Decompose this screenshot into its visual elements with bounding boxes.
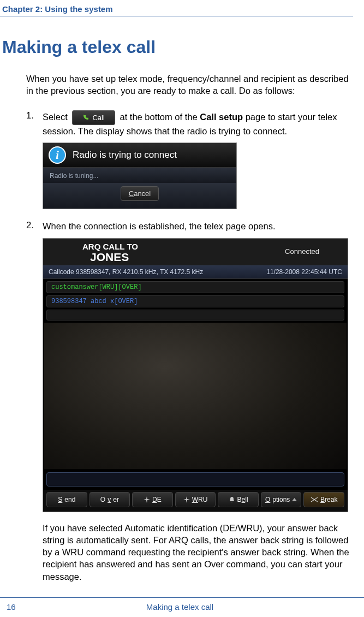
- call-button[interactable]: Call: [72, 110, 115, 126]
- bell-icon: [229, 496, 235, 503]
- step-body: When the connection is established, the …: [43, 220, 276, 232]
- telex-header: ARQ CALL TO JONES Connected: [43, 239, 348, 265]
- step-2: 2. When the connection is established, t…: [26, 220, 353, 232]
- connected-status: Connected: [285, 247, 319, 256]
- page-title: Making a telex call: [0, 37, 353, 57]
- step1-posta: at the bottom of the: [120, 112, 200, 122]
- dialog-status: Radio is tuning...: [43, 168, 236, 183]
- footer-title: Making a telex call: [7, 602, 353, 612]
- dialog-footer: Cancel: [43, 183, 236, 209]
- de-icon: [144, 496, 150, 503]
- chevron-up-icon: [292, 498, 297, 501]
- after-paragraph: If you have selected Automatic identific…: [26, 522, 353, 583]
- cancel-button[interactable]: Cancel: [121, 186, 159, 201]
- u: W: [192, 496, 198, 503]
- wru-icon: [183, 496, 190, 503]
- step1-pre: Select: [43, 112, 70, 122]
- options-button[interactable]: Options: [261, 492, 302, 507]
- de-button[interactable]: DE: [132, 492, 173, 507]
- message-input[interactable]: [46, 472, 344, 487]
- telex-infobar: Callcode 938598347, RX 4210.5 kHz, TX 41…: [43, 265, 348, 279]
- t: ptions: [272, 496, 290, 503]
- t: er: [113, 496, 119, 503]
- u: S: [58, 496, 62, 503]
- connecting-dialog: i Radio is trying to connect Radio is tu…: [43, 143, 237, 209]
- p: O: [100, 496, 105, 503]
- break-button[interactable]: Break: [303, 492, 344, 507]
- rx-line: customanswer[WRU][OVER]: [46, 281, 344, 293]
- u: v: [108, 496, 111, 503]
- dialog-title: Radio is trying to connect: [73, 150, 177, 161]
- bell-button[interactable]: Bell: [218, 492, 259, 507]
- t: end: [64, 496, 75, 503]
- dialog-header: i Radio is trying to connect: [43, 143, 236, 168]
- break-icon: [311, 497, 318, 502]
- datetime-info: 11/28-2008 22:45:44 UTC: [266, 268, 342, 276]
- p: B: [237, 496, 242, 503]
- telex-toolbar: Send Over DE WRU Bell Options Break: [43, 490, 348, 512]
- intro-paragraph: When you have set up telex mode, frequen…: [26, 73, 353, 97]
- telex-canvas: [44, 323, 347, 469]
- send-button[interactable]: Send: [46, 492, 87, 507]
- tx-line: 938598347 abcd x[OVER]: [46, 295, 344, 307]
- callcode-info: Callcode 938598347, RX 4210.5 kHz, TX 41…: [49, 268, 203, 276]
- step-1: 1. Select Call at the bottom of the Call…: [26, 110, 353, 138]
- t: ll: [245, 496, 248, 503]
- telex-screen: ARQ CALL TO JONES Connected Callcode 938…: [43, 238, 348, 512]
- cancel-u: C: [129, 189, 134, 198]
- over-button[interactable]: Over: [89, 492, 130, 507]
- t: reak: [325, 496, 337, 503]
- empty-line: [46, 310, 344, 321]
- page-footer: 16 Making a telex call: [0, 597, 364, 612]
- cancel-rest: ancel: [134, 189, 151, 198]
- u: O: [265, 496, 270, 503]
- step1-bold: Call setup: [200, 112, 243, 122]
- phone-icon: [82, 114, 89, 121]
- t: RU: [198, 496, 207, 503]
- step-number: 1.: [26, 110, 43, 138]
- info-icon: i: [49, 146, 66, 164]
- call-button-label: Call: [92, 113, 104, 123]
- step-number: 2.: [26, 220, 43, 232]
- t: E: [157, 496, 162, 503]
- step-body: Select Call at the bottom of the Call se…: [43, 110, 353, 138]
- u: B: [320, 496, 325, 503]
- chapter-header: Chapter 2: Using the system: [0, 4, 353, 16]
- wru-button[interactable]: WRU: [175, 492, 216, 507]
- u: D: [152, 496, 157, 503]
